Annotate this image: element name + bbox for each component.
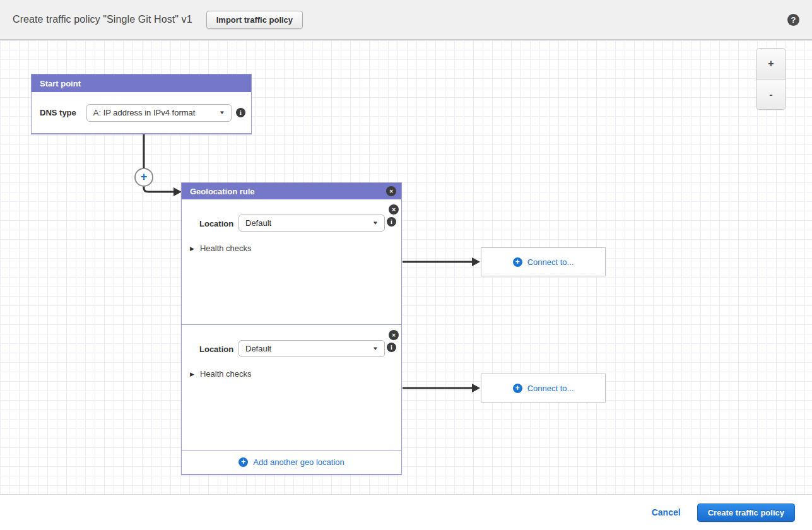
close-entry-icon[interactable]: ✕ [389, 330, 399, 340]
close-entry-icon[interactable]: ✕ [389, 204, 399, 215]
health-checks-expander[interactable]: ▶ Health checks [190, 244, 252, 253]
dns-type-label: DNS type [40, 108, 76, 117]
location-label: Location [199, 344, 233, 354]
import-traffic-policy-button[interactable]: Import traffic policy [206, 11, 303, 29]
arrowhead-to-connect-2 [472, 384, 480, 392]
connect-to-target-2[interactable]: + Connect to... [481, 374, 606, 403]
zoom-out-button[interactable]: - [756, 79, 786, 109]
dropdown-caret-icon: ▼ [372, 220, 379, 226]
dns-type-select[interactable]: A: IP address in IPv4 format ▼ [86, 104, 232, 122]
connect-to-target-1[interactable]: + Connect to... [481, 247, 606, 276]
plus-icon: + [513, 257, 522, 267]
collapsed-arrow-icon: ▶ [190, 245, 194, 252]
location-info-icon[interactable]: i [387, 343, 396, 352]
connect-to-label: Connect to... [527, 257, 574, 267]
collapsed-arrow-icon: ▶ [190, 371, 194, 377]
start-point-panel: Start point DNS type A: IP address in IP… [31, 74, 252, 134]
help-icon[interactable]: ? [787, 14, 799, 26]
location-label: Location [199, 219, 233, 228]
add-geo-location-label: Add another geo location [253, 457, 344, 467]
geolocation-rule-title: Geolocation rule [190, 187, 255, 196]
canvas-zoom-controls: + - [756, 48, 786, 110]
top-bar: Create traffic policy "Single Git Host" … [0, 0, 812, 40]
location-selected-value: Default [245, 218, 271, 228]
create-traffic-policy-button[interactable]: Create traffic policy [697, 504, 795, 522]
start-point-header: Start point [32, 74, 251, 92]
location-select[interactable]: Default ▼ [238, 215, 385, 232]
dns-type-info-icon[interactable]: i [236, 108, 245, 117]
zoom-in-button[interactable]: + [756, 49, 786, 79]
plus-icon: + [513, 384, 522, 393]
geolocation-rule-panel: Geolocation rule ✕ ✕ Location Default ▼ … [181, 182, 402, 475]
dropdown-caret-icon: ▼ [372, 346, 379, 351]
add-rule-connector-button[interactable]: + [134, 168, 153, 187]
geo-entry-1: ✕ Location Default ▼ i ▶ Health checks [182, 199, 401, 324]
cancel-button[interactable]: Cancel [652, 507, 681, 517]
location-info-icon[interactable]: i [387, 217, 396, 227]
connect-to-label: Connect to... [527, 384, 574, 393]
health-checks-expander[interactable]: ▶ Health checks [190, 369, 252, 379]
bottom-action-bar: Cancel Create traffic policy [0, 495, 812, 530]
traffic-policy-editor: Create traffic policy "Single Git Host" … [0, 0, 812, 530]
add-geo-location-button[interactable]: + Add another geo location [182, 450, 401, 474]
location-selected-value: Default [245, 344, 271, 353]
start-connector-elbow [144, 186, 174, 192]
close-rule-icon[interactable]: ✕ [386, 186, 396, 196]
dropdown-caret-icon: ▼ [219, 110, 225, 115]
location-select[interactable]: Default ▼ [238, 340, 385, 357]
plus-icon: + [238, 457, 248, 467]
geolocation-rule-header: Geolocation rule ✕ [182, 183, 401, 199]
arrowhead-to-connect-1 [472, 257, 480, 266]
health-checks-label: Health checks [200, 244, 252, 253]
dns-type-selected-value: A: IP address in IPv4 format [93, 108, 196, 117]
geo-entry-2: ✕ Location Default ▼ i ▶ Health checks [182, 324, 401, 452]
dns-type-row: DNS type A: IP address in IPv4 format ▼ … [32, 92, 251, 133]
start-point-title: Start point [40, 79, 81, 88]
health-checks-label: Health checks [200, 369, 252, 379]
page-title: Create traffic policy "Single Git Host" … [13, 14, 192, 25]
policy-canvas: + - Start point DNS type A: IP address i… [0, 40, 812, 495]
